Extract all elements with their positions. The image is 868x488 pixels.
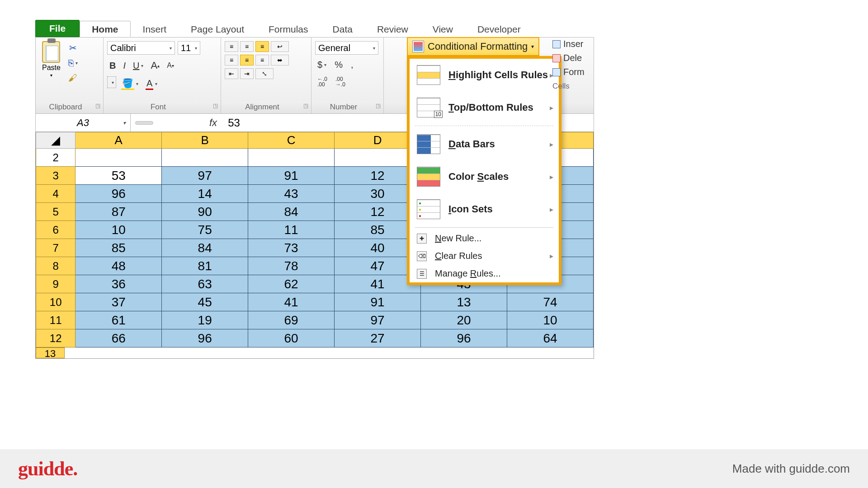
currency-button[interactable]: $ (315, 58, 329, 71)
cell-A11[interactable]: 61 (75, 311, 162, 329)
cell-E11[interactable]: 20 (421, 311, 507, 329)
row-header-3[interactable]: 3 (36, 167, 75, 185)
cell-D11[interactable]: 97 (335, 311, 421, 329)
wrap-text-button[interactable]: ↩ (271, 41, 289, 52)
cell-B12[interactable]: 96 (162, 329, 248, 347)
cell-C7[interactable]: 73 (248, 239, 335, 257)
row-header-4[interactable]: 4 (36, 185, 75, 203)
cell-B7[interactable]: 84 (162, 239, 248, 257)
font-name-select[interactable]: Calibri▾ (107, 41, 175, 55)
row-header-8[interactable]: 8 (36, 257, 75, 275)
alignment-launcher[interactable]: ◳ (303, 103, 308, 109)
cell-C3[interactable]: 91 (248, 167, 335, 185)
percent-button[interactable]: % (332, 58, 345, 71)
row-header-9[interactable]: 9 (36, 275, 75, 293)
cell-A3[interactable]: 53 (75, 167, 162, 185)
cell-C10[interactable]: 41 (248, 293, 335, 311)
merge-center-button[interactable]: ⬌ (271, 55, 289, 66)
orientation-button[interactable]: ⤡ (255, 68, 274, 79)
cell-A4[interactable]: 96 (75, 185, 162, 203)
tab-insert[interactable]: Insert (131, 21, 179, 37)
cut-button[interactable]: ✂ (66, 41, 80, 55)
cell-F12[interactable]: 64 (507, 329, 593, 347)
cell-B2[interactable] (162, 149, 248, 167)
cell-A12[interactable]: 66 (75, 329, 162, 347)
align-right-button[interactable]: ≡ (255, 55, 269, 66)
cell-A6[interactable]: 10 (75, 221, 162, 239)
cell-C6[interactable]: 11 (248, 221, 335, 239)
tab-data[interactable]: Data (321, 21, 365, 37)
cell-E10[interactable]: 13 (421, 293, 507, 311)
tab-home[interactable]: Home (80, 21, 130, 37)
row-header-13[interactable]: 13 (36, 347, 65, 358)
tab-developer[interactable]: Developer (465, 21, 533, 37)
cell-A7[interactable]: 85 (75, 239, 162, 257)
font-launcher[interactable]: ◳ (213, 103, 218, 109)
comma-button[interactable]: , (349, 58, 356, 71)
formula-value[interactable]: 53 (223, 117, 240, 129)
col-header-A[interactable]: A (75, 132, 162, 149)
cell-A2[interactable] (75, 149, 162, 167)
cell-B3[interactable]: 97 (162, 167, 248, 185)
copy-button[interactable]: ⎘ (66, 56, 80, 70)
select-all-corner[interactable]: ◢ (36, 132, 75, 149)
cell-B9[interactable]: 63 (162, 275, 248, 293)
cell-B4[interactable]: 14 (162, 185, 248, 203)
conditional-formatting-button[interactable]: Conditional Formatting ▾ (407, 37, 539, 56)
font-size-select[interactable]: 11▾ (178, 41, 200, 55)
bold-button[interactable]: B (107, 58, 118, 73)
cell-C4[interactable]: 43 (248, 185, 335, 203)
row-header-11[interactable]: 11 (36, 311, 75, 329)
cell-F11[interactable]: 10 (507, 311, 593, 329)
cell-E12[interactable]: 96 (421, 329, 507, 347)
cell-B5[interactable]: 90 (162, 203, 248, 221)
cell-B11[interactable]: 19 (162, 311, 248, 329)
increase-indent-button[interactable]: ⇥ (240, 68, 254, 79)
name-box[interactable]: A3 (36, 114, 131, 131)
decrease-decimal-button[interactable]: .00→.0 (333, 75, 348, 89)
row-header-10[interactable]: 10 (36, 293, 75, 311)
cf-icon-sets[interactable]: Icon Sets (410, 193, 559, 225)
cf-manage-rules[interactable]: ☰ Manage Rules... (410, 265, 559, 282)
increase-decimal-button[interactable]: ←.0.00 (315, 75, 330, 89)
number-launcher[interactable]: ◳ (376, 103, 381, 109)
cell-B6[interactable]: 75 (162, 221, 248, 239)
align-top-button[interactable]: ≡ (225, 41, 238, 52)
cells-format-button[interactable]: Form (552, 65, 585, 79)
cell-C8[interactable]: 78 (248, 257, 335, 275)
underline-button[interactable]: U (131, 58, 146, 73)
cell-C2[interactable] (248, 149, 335, 167)
align-middle-button[interactable]: ≡ (240, 41, 254, 52)
align-left-button[interactable]: ≡ (225, 55, 238, 66)
tab-page-layout[interactable]: Page Layout (179, 21, 256, 37)
formula-bar-grip[interactable] (135, 121, 153, 125)
cf-color-scales[interactable]: Color Scales (410, 160, 559, 193)
tab-file[interactable]: File (35, 20, 80, 37)
format-painter-button[interactable]: 🖌 (66, 71, 80, 84)
number-format-select[interactable]: General▾ (315, 41, 378, 55)
cells-delete-button[interactable]: Dele (552, 51, 585, 65)
cell-D10[interactable]: 91 (335, 293, 421, 311)
cell-B10[interactable]: 45 (162, 293, 248, 311)
row-header-5[interactable]: 5 (36, 203, 75, 221)
cell-A8[interactable]: 48 (75, 257, 162, 275)
cf-data-bars[interactable]: Data Bars (410, 128, 559, 160)
shrink-font-button[interactable]: A▾ (165, 58, 176, 73)
cell-A9[interactable]: 36 (75, 275, 162, 293)
fill-color-button[interactable]: 🪣 (119, 76, 141, 91)
cell-C5[interactable]: 84 (248, 203, 335, 221)
cf-clear-rules[interactable]: ⌫ Clear Rules (410, 247, 559, 265)
cell-A10[interactable]: 37 (75, 293, 162, 311)
row-header-2[interactable]: 2 (36, 149, 75, 167)
cf-new-rule[interactable]: ✚ New Rule... (410, 230, 559, 247)
cf-top-bottom-rules[interactable]: Top/Bottom Rules (410, 91, 559, 124)
cell-C12[interactable]: 60 (248, 329, 335, 347)
borders-button[interactable] (107, 76, 116, 88)
clipboard-launcher[interactable]: ◳ (95, 103, 100, 109)
tab-formulas[interactable]: Formulas (256, 21, 321, 37)
cell-B8[interactable]: 81 (162, 257, 248, 275)
row-header-12[interactable]: 12 (36, 329, 75, 347)
col-header-C[interactable]: C (248, 132, 335, 149)
tab-review[interactable]: Review (365, 21, 420, 37)
cf-highlight-cells-rules[interactable]: Highlight Cells Rules (410, 59, 559, 91)
